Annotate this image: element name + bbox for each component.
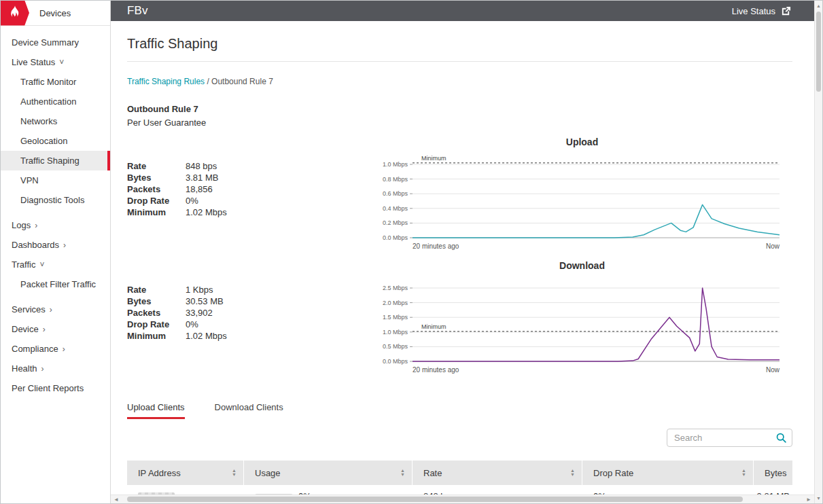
search-input[interactable] <box>667 429 792 447</box>
sidebar-item-compliance[interactable]: Compliance› <box>1 339 110 359</box>
stat-label: Packets <box>127 184 186 194</box>
sidebar-item-traffic-monitor[interactable]: Traffic Monitor <box>1 72 110 92</box>
svg-text:0.6 Mbps: 0.6 Mbps <box>382 190 408 197</box>
svg-text:0.8 Mbps: 0.8 Mbps <box>382 176 408 183</box>
stat-value: 33,902 <box>186 308 213 318</box>
svg-text:20 minutes ago: 20 minutes ago <box>413 242 459 250</box>
sidebar-item-diagnostic-tools[interactable]: Diagnostic Tools <box>1 190 110 210</box>
rule-header: Outbound Rule 7 Per User Guarantee <box>127 104 792 128</box>
download-stat-drop-rate: Drop Rate0% <box>127 319 372 330</box>
sidebar-item-dashboards[interactable]: Dashboards› <box>1 235 110 255</box>
stat-label: Minimum <box>127 331 186 341</box>
upload-panel: Rate848 bpsBytes3.81 MBPackets18,856Drop… <box>127 136 792 254</box>
download-stat-packets: Packets33,902 <box>127 307 372 319</box>
sidebar-item-label: Device <box>12 324 39 334</box>
sidebar-item-label: Logs <box>12 220 31 230</box>
sidebar-item-label: Per Client Reports <box>12 383 84 393</box>
sidebar-item-logs[interactable]: Logs› <box>1 215 110 235</box>
svg-text:1.0 Mbps: 1.0 Mbps <box>382 161 408 168</box>
chevron-right-icon: › <box>43 325 46 334</box>
sidebar-item-label: Dashboards <box>12 240 59 250</box>
stat-value: 0% <box>186 196 198 206</box>
sidebar-item-per-client-reports[interactable]: Per Client Reports <box>1 378 110 398</box>
scroll-down-arrow-icon[interactable]: ▼ <box>815 496 822 501</box>
horizontal-scrollbar[interactable]: ◄ ► <box>111 494 814 503</box>
sidebar-item-packet-filter-traffic[interactable]: Packet Filter Traffic <box>1 274 110 294</box>
svg-text:0.0 Mbps: 0.0 Mbps <box>382 358 408 365</box>
sidebar-item-label: VPN <box>20 175 39 185</box>
search-icon[interactable] <box>775 432 787 444</box>
rule-subtitle: Per User Guarantee <box>127 118 792 128</box>
rule-name: Outbound Rule 7 <box>127 104 792 114</box>
sidebar-brand: Devices <box>1 1 110 26</box>
sidebar-item-label: Packet Filter Traffic <box>20 279 96 289</box>
sidebar: Devices Device SummaryLive Status˅Traffi… <box>1 1 111 503</box>
chevron-right-icon: › <box>41 365 44 373</box>
sidebar-item-services[interactable]: Services› <box>1 300 110 319</box>
horizontal-scrollbar-thumb[interactable] <box>127 497 743 502</box>
sidebar-item-device-summary[interactable]: Device Summary <box>1 33 110 52</box>
chevron-right-icon: › <box>63 345 65 353</box>
download-stat-rate: Rate1 Kbps <box>127 284 372 295</box>
brand-flame-icon <box>1 1 29 26</box>
svg-text:2.0 Mbps: 2.0 Mbps <box>382 300 408 306</box>
sidebar-item-label: Traffic Monitor <box>20 77 76 87</box>
table-header-row: IP Address▲▼Usage▲▼Rate▲▼Drop Rate▲▼Byte… <box>127 461 792 485</box>
sidebar-item-label: Live Status <box>12 57 55 67</box>
vertical-scrollbar[interactable]: ▲ ▼ <box>814 1 822 503</box>
svg-text:0.2 Mbps: 0.2 Mbps <box>382 219 408 226</box>
download-chart: 0.0 Mbps0.5 Mbps1.0 Mbps1.5 Mbps2.0 Mbps… <box>375 272 790 378</box>
column-header-drop-rate[interactable]: Drop Rate▲▼ <box>582 461 754 485</box>
main-area: FBv Live Status Traffic Shaping Traffic … <box>111 1 814 503</box>
stat-value: 1.02 Mbps <box>186 207 227 217</box>
scroll-up-arrow-icon[interactable]: ▲ <box>815 3 822 8</box>
sidebar-item-label: Traffic Shaping <box>20 156 80 166</box>
content: Traffic Shaping Traffic Shaping Rules / … <box>111 36 814 503</box>
upload-stats: Rate848 bpsBytes3.81 MBPackets18,856Drop… <box>127 136 372 218</box>
column-header-rate[interactable]: Rate▲▼ <box>413 461 582 485</box>
vertical-scrollbar-thumb[interactable] <box>816 12 821 92</box>
column-header-label: IP Address <box>138 468 181 478</box>
sidebar-item-authentication[interactable]: Authentication <box>1 92 110 111</box>
stat-label: Packets <box>127 308 186 318</box>
download-stats: Rate1 KbpsBytes30.53 MBPackets33,902Drop… <box>127 259 372 342</box>
svg-text:1.0 Mbps: 1.0 Mbps <box>382 329 408 336</box>
column-header-usage[interactable]: Usage▲▼ <box>244 461 413 485</box>
sidebar-item-vpn[interactable]: VPN <box>1 170 110 190</box>
scroll-left-arrow-icon[interactable]: ◄ <box>113 496 119 503</box>
sort-icon[interactable]: ▲▼ <box>741 469 746 477</box>
sidebar-item-label: Authentication <box>20 96 76 107</box>
upload-stat-packets: Packets18,856 <box>127 183 372 195</box>
stat-value: 18,856 <box>186 184 213 194</box>
column-header-label: Rate <box>423 468 442 478</box>
sidebar-item-traffic-shaping[interactable]: Traffic Shaping <box>1 151 110 170</box>
upload-chart-title: Upload <box>566 136 598 148</box>
upload-chart: 0.0 Mbps0.2 Mbps0.4 Mbps0.6 Mbps0.8 Mbps… <box>375 148 790 254</box>
stat-value: 3.81 MB <box>186 173 218 183</box>
tab-download-clients[interactable]: Download Clients <box>215 402 283 419</box>
sidebar-item-networks[interactable]: Networks <box>1 111 110 131</box>
column-header-bytes[interactable]: Bytes <box>754 461 794 485</box>
sidebar-item-label: Device Summary <box>12 37 79 48</box>
column-header-ip-address[interactable]: IP Address▲▼ <box>127 461 244 485</box>
sidebar-item-label: Diagnostic Tools <box>20 195 84 205</box>
scroll-right-arrow-icon[interactable]: ► <box>806 496 811 503</box>
live-status-link[interactable]: Live Status <box>732 6 791 16</box>
sort-icon[interactable]: ▲▼ <box>400 469 405 477</box>
sort-icon[interactable]: ▲▼ <box>570 469 575 477</box>
sidebar-item-health[interactable]: Health› <box>1 359 110 378</box>
sidebar-item-label: Traffic <box>12 259 35 270</box>
stat-value: 848 bps <box>186 161 217 171</box>
chevron-down-icon: ˅ <box>59 58 64 67</box>
sidebar-item-live-status[interactable]: Live Status˅ <box>1 52 110 72</box>
sidebar-item-traffic[interactable]: Traffic˅ <box>1 255 110 274</box>
download-panel: Rate1 KbpsBytes30.53 MBPackets33,902Drop… <box>127 259 792 378</box>
sidebar-item-label: Services <box>12 304 46 314</box>
sidebar-item-geolocation[interactable]: Geolocation <box>1 131 110 151</box>
breadcrumb-link[interactable]: Traffic Shaping Rules <box>127 77 205 86</box>
sidebar-item-device[interactable]: Device› <box>1 319 110 339</box>
tab-upload-clients[interactable]: Upload Clients <box>127 402 185 419</box>
chevron-down-icon: ˅ <box>39 261 44 269</box>
external-link-icon <box>781 6 791 16</box>
sort-icon[interactable]: ▲▼ <box>232 469 237 477</box>
